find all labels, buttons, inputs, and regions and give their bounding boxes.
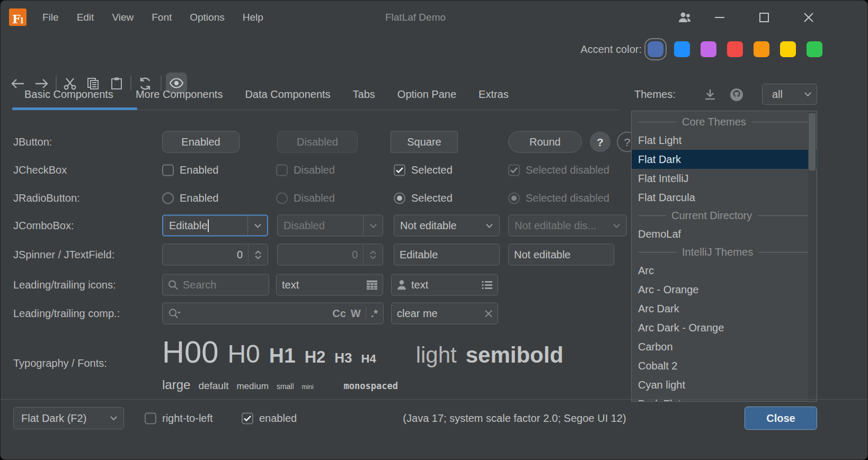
- app-window: Fl File Edit View Font Options Help Flat…: [0, 0, 868, 460]
- app-logo-icon: Fl: [9, 8, 26, 26]
- h1-sample: H1: [269, 344, 296, 367]
- theme-item-flat-intellij[interactable]: Flat IntelliJ: [632, 169, 817, 188]
- search-field-with-options[interactable]: Cc W .*: [162, 303, 384, 324]
- list-icon[interactable]: [482, 281, 492, 289]
- combobox-not-editable[interactable]: Not editable: [394, 215, 500, 237]
- search-dropdown-icon[interactable]: [168, 308, 181, 319]
- theme-item-cyan-light[interactable]: Cyan light: [632, 375, 817, 394]
- jspinner-label: JSpinner / JTextField:: [13, 249, 114, 261]
- checkbox-check-icon: [242, 412, 253, 424]
- themes-filter-combobox[interactable]: all: [762, 84, 817, 105]
- theme-item-dark-flat[interactable]: Dark Flat: [632, 394, 817, 402]
- theme-group-header: IntelliJ Themes: [632, 243, 817, 261]
- scrollbar-thumb[interactable]: [809, 113, 816, 170]
- textfield-editable-input[interactable]: [400, 249, 494, 261]
- download-icon[interactable]: [701, 86, 719, 104]
- accent-swatch-orange[interactable]: [754, 41, 769, 57]
- theme-item-flat-darcula[interactable]: Flat Darcula: [632, 188, 817, 207]
- theme-item-carbon[interactable]: Carbon: [632, 337, 817, 356]
- tab-more-components[interactable]: More Components: [125, 79, 234, 110]
- checkbox-selected[interactable]: Selected: [394, 164, 453, 176]
- enabled-checkbox[interactable]: enabled: [242, 412, 297, 425]
- theme-item-flat-light[interactable]: Flat Light: [632, 131, 817, 150]
- clear-x-icon[interactable]: [485, 310, 492, 317]
- chevron-down-icon: [110, 416, 117, 420]
- maximize-button[interactable]: [752, 1, 776, 34]
- tab-basic-components[interactable]: Basic Components: [13, 79, 125, 110]
- clear-me-field[interactable]: [391, 303, 498, 324]
- theme-item-cobalt-2[interactable]: Cobalt 2: [632, 356, 817, 375]
- checkbox-disabled: Disabled: [276, 164, 335, 176]
- regex-button[interactable]: .*: [371, 308, 378, 320]
- textfield-editable[interactable]: [394, 244, 500, 266]
- text-input[interactable]: [282, 279, 362, 291]
- checkbox-selected-disabled: Selected disabled: [508, 164, 609, 176]
- tab-data-components[interactable]: Data Components: [234, 79, 341, 110]
- tab-extras[interactable]: Extras: [467, 79, 520, 110]
- leading-trailing-comp-label: Leading/trailing comp.:: [13, 308, 120, 320]
- text-input[interactable]: [411, 279, 477, 291]
- theme-group-header: Current Directory: [632, 207, 817, 224]
- search-field[interactable]: [162, 274, 269, 296]
- radio-circle: [508, 192, 520, 204]
- h00-sample: H00: [162, 334, 218, 369]
- chevron-down-icon[interactable]: [480, 215, 499, 236]
- text-field-user-list[interactable]: [391, 274, 498, 296]
- menu-file[interactable]: File: [33, 1, 68, 34]
- laf-combobox[interactable]: Flat Dark (F2): [13, 407, 124, 429]
- tab-tabs[interactable]: Tabs: [342, 79, 386, 110]
- menu-edit[interactable]: Edit: [68, 1, 103, 34]
- table-grid-icon[interactable]: [367, 280, 377, 290]
- theme-group-header: Core Themes: [632, 113, 817, 131]
- theme-item-flat-dark[interactable]: Flat Dark: [632, 150, 817, 169]
- theme-item-arc-orange[interactable]: Arc - Orange: [632, 280, 817, 299]
- minimize-button[interactable]: [707, 1, 732, 34]
- search-input[interactable]: [183, 279, 263, 291]
- chevron-down-icon: [607, 215, 626, 236]
- theme-item-arc-dark[interactable]: Arc Dark: [632, 299, 817, 318]
- users-icon[interactable]: [672, 1, 697, 34]
- checkbox-box: [162, 164, 174, 176]
- typography-label: Typography / Fonts:: [13, 357, 107, 369]
- close-window-button[interactable]: [796, 1, 821, 34]
- accent-color-label: Accent color:: [541, 34, 642, 64]
- radio-enabled[interactable]: Enabled: [162, 192, 218, 204]
- theme-item-arc-dark-orange[interactable]: Arc Dark - Orange: [632, 318, 817, 337]
- large-sample: large: [162, 377, 190, 392]
- themes-scrollbar[interactable]: [808, 112, 816, 402]
- chevron-down-icon[interactable]: [247, 216, 267, 236]
- tab-option-pane[interactable]: Option Pane: [386, 79, 467, 110]
- spinner-enabled[interactable]: 0: [162, 244, 268, 266]
- clear-me-input[interactable]: [397, 308, 480, 320]
- menu-font[interactable]: Font: [143, 1, 181, 34]
- help-button[interactable]: ?: [590, 132, 610, 152]
- right-to-left-checkbox[interactable]: right-to-left: [145, 412, 213, 425]
- accent-swatch-default[interactable]: [648, 41, 663, 57]
- textfield-not-editable: [508, 244, 614, 266]
- match-case-button[interactable]: Cc: [332, 308, 346, 320]
- combobox-editable[interactable]: Editable: [162, 215, 268, 237]
- h3-sample: H3: [334, 350, 352, 366]
- square-button[interactable]: Square: [391, 131, 458, 153]
- text-field-table-icon[interactable]: [276, 274, 383, 296]
- whole-word-button[interactable]: W: [351, 308, 361, 320]
- spinner-updown-icon[interactable]: [248, 245, 268, 265]
- radio-selected[interactable]: Selected: [394, 192, 453, 204]
- accent-swatch-yellow[interactable]: [780, 41, 796, 57]
- accent-swatch-purple[interactable]: [701, 41, 716, 57]
- github-icon[interactable]: [728, 86, 746, 104]
- enabled-button[interactable]: Enabled: [162, 131, 240, 153]
- accent-swatch-blue[interactable]: [674, 41, 690, 57]
- round-button[interactable]: Round: [508, 131, 582, 153]
- jradiobutton-label: JRadioButton:: [13, 192, 80, 204]
- close-button[interactable]: Close: [745, 407, 817, 430]
- checkbox-enabled[interactable]: Enabled: [162, 164, 218, 176]
- accent-swatch-green[interactable]: [807, 41, 822, 57]
- theme-item-demolaf[interactable]: DemoLaf: [632, 224, 817, 243]
- search-options-input[interactable]: [186, 308, 327, 320]
- theme-item-arc[interactable]: Arc: [632, 261, 817, 280]
- accent-swatch-red[interactable]: [727, 41, 743, 57]
- menu-options[interactable]: Options: [181, 1, 233, 34]
- menu-view[interactable]: View: [103, 1, 143, 34]
- menu-help[interactable]: Help: [234, 1, 272, 34]
